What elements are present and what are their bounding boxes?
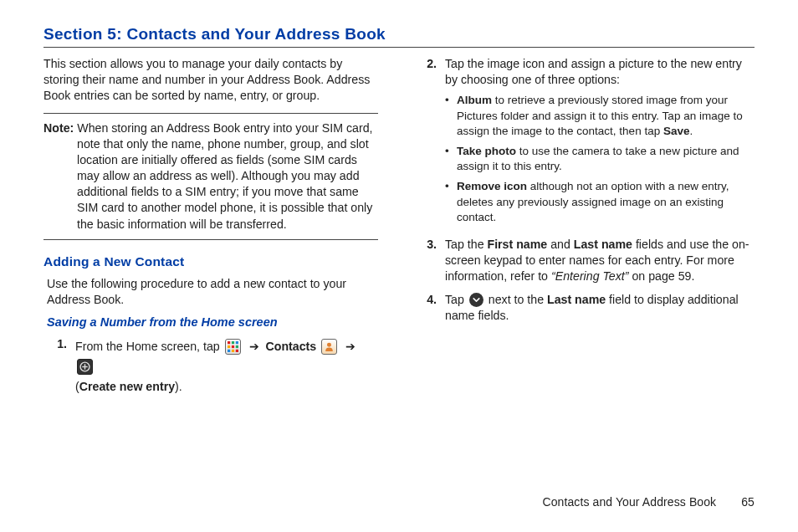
option-take-photo: • Take photo to use the camera to take a… (445, 144, 753, 174)
intro-paragraph: This section allows you to manage your d… (43, 56, 378, 105)
note-box: Note: When storing an Address Book entry… (43, 113, 378, 240)
note-body: When storing an Address Book entry into … (77, 120, 378, 233)
last-name-label: Last name (574, 238, 632, 251)
step-3: 3. Tap the First name and Last name fiel… (413, 237, 753, 285)
adding-contact-heading: Adding a New Contact (43, 253, 378, 271)
text: Tap the image icon and assign a picture … (445, 57, 742, 86)
contacts-icon (321, 339, 337, 355)
manual-page: Section 5: Contacts and Your Address Boo… (0, 0, 798, 532)
option-body: Take photo to use the camera to take a n… (457, 144, 753, 174)
page-footer: Contacts and Your Address Book 65 (543, 495, 755, 509)
page-number: 65 (741, 495, 755, 509)
first-name-label: First name (487, 238, 547, 251)
text: Tap (445, 293, 468, 306)
bullet-icon: • (445, 144, 457, 174)
create-entry-icon (77, 359, 93, 375)
options-list: • Album to retrieve a previously stored … (445, 93, 753, 225)
step-number: 1. (43, 336, 75, 396)
option-label: Album (457, 94, 492, 106)
svg-rect-6 (228, 350, 230, 352)
save-label: Save (663, 125, 690, 137)
svg-rect-8 (235, 350, 238, 352)
svg-rect-1 (232, 341, 234, 344)
option-remove-icon: • Remove icon although not an option wit… (445, 179, 753, 225)
body-columns: This section allows you to manage your d… (43, 56, 755, 403)
expand-down-icon (469, 293, 483, 307)
step-2: 2. Tap the image icon and assign a pictu… (413, 56, 753, 230)
apps-grid-icon (225, 339, 241, 355)
last-name-label: Last name (547, 293, 606, 306)
svg-rect-5 (235, 345, 238, 348)
option-album: • Album to retrieve a previously stored … (445, 93, 753, 139)
text: Tap the (445, 238, 487, 251)
entering-text-ref: “Entering Text” (551, 269, 629, 283)
bullet-icon: • (445, 93, 457, 139)
text: on page 59. (629, 269, 695, 283)
step-4: 4. Tap next to the Last name field to di… (413, 292, 753, 324)
footer-title: Contacts and Your Address Book (543, 495, 717, 509)
svg-rect-4 (232, 345, 234, 348)
bullet-icon: • (445, 179, 457, 225)
step-1: 1. From the Home screen, tap ➔ Contacts … (43, 336, 378, 396)
step-number: 3. (413, 237, 445, 285)
step-body: Tap the First name and Last name fields … (445, 237, 753, 285)
step-number: 2. (413, 56, 445, 230)
note-label: Note: (43, 120, 74, 136)
arrow-icon: ➔ (249, 340, 259, 353)
section-title: Section 5: Contacts and Your Address Boo… (43, 25, 755, 48)
text: and (547, 238, 574, 251)
svg-rect-0 (228, 341, 230, 344)
text: . (689, 125, 693, 137)
step-body: From the Home screen, tap ➔ Contacts ➔ (75, 336, 378, 396)
step-body: Tap the image icon and assign a picture … (445, 56, 753, 230)
svg-rect-3 (228, 345, 230, 348)
right-column: 2. Tap the image icon and assign a pictu… (413, 56, 753, 403)
step-body: Tap next to the Last name field to displ… (445, 292, 753, 324)
left-column: This section allows you to manage your d… (43, 56, 378, 403)
text: next to the (485, 293, 547, 306)
step-number: 4. (413, 292, 445, 324)
option-label: Take photo (457, 145, 516, 157)
text: ). (175, 380, 182, 393)
text: to retrieve a previously stored image fr… (457, 94, 743, 136)
right-step-list: 2. Tap the image icon and assign a pictu… (413, 56, 753, 324)
adding-contact-intro: Use the following procedure to add a new… (47, 276, 378, 308)
text: From the Home screen, tap (75, 340, 223, 353)
option-label: Remove icon (457, 180, 527, 192)
option-body: Album to retrieve a previously stored im… (457, 93, 753, 139)
saving-number-heading: Saving a Number from the Home screen (47, 315, 378, 331)
svg-rect-2 (235, 341, 238, 344)
svg-point-9 (327, 343, 331, 347)
arrow-icon: ➔ (345, 340, 356, 353)
contacts-label: Contacts (266, 340, 317, 353)
left-step-list: 1. From the Home screen, tap ➔ Contacts … (43, 336, 378, 396)
create-new-entry-label: Create new entry (79, 380, 175, 393)
svg-rect-7 (232, 350, 234, 352)
option-body: Remove icon although not an option with … (457, 179, 753, 225)
